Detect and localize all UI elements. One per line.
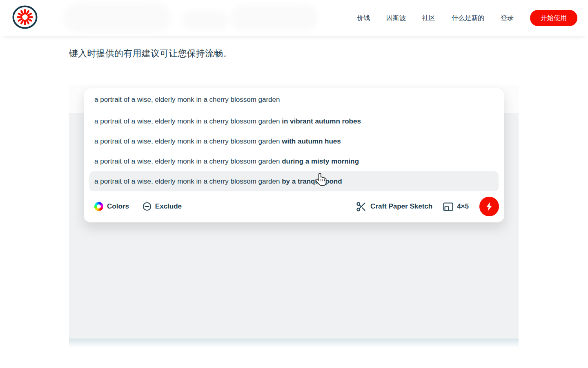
scissors-icon [356,201,367,212]
suggestion-row[interactable]: a portrait of a wise, elderly monk in a … [89,151,499,171]
exclude-label: Exclude [155,202,182,211]
suggestion-row[interactable]: a portrait of a wise, elderly monk in a … [89,131,499,151]
rainbow-ring-icon [94,202,103,211]
section-heading: 键入时提供的有用建议可让您保持流畅。 [69,47,232,60]
ratio-label: 4×5 [457,202,469,211]
suggestion-suffix: by a tranquil pond [282,177,342,186]
prompt-autocomplete-card: a portrait of a wise, elderly monk in a … [84,88,504,222]
style-button[interactable]: Craft Paper Sketch [356,201,432,212]
get-started-button[interactable]: 开始使用 [530,10,577,26]
toolbar-left-group: Colors Exclude [94,202,182,211]
suggestion-prefix: a portrait of a wise, elderly monk in a … [94,157,282,166]
minus-circle-icon [143,202,151,211]
nav-item-community[interactable]: 社区 [422,14,435,22]
frame-ratio-icon [443,202,453,211]
colors-label: Colors [107,202,129,211]
style-label: Craft Paper Sketch [370,202,432,211]
colors-button[interactable]: Colors [94,202,129,211]
suggestion-row[interactable]: a portrait of a wise, elderly monk in a … [89,111,499,131]
prompt-toolbar: Colors Exclude [84,191,504,222]
generate-button[interactable] [479,197,499,216]
suggestion-prefix: a portrait of a wise, elderly monk in a … [94,177,282,186]
decorative-blob [182,11,229,29]
prompt-input[interactable]: a portrait of a wise, elderly monk in a … [84,88,504,111]
decorative-blob [63,3,172,32]
section-bottom-shadow [69,339,519,348]
suggestion-prefix: a portrait of a wise, elderly monk in a … [94,117,282,126]
navbar: 价钱 因斯波 社区 什么是新的 登录 开始使用 [0,0,588,36]
page: 价钱 因斯波 社区 什么是新的 登录 开始使用 键入时提供的有用建议可让您保持流… [0,0,588,368]
nav-item-login[interactable]: 登录 [501,14,514,22]
nav-item-inspo[interactable]: 因斯波 [386,14,406,22]
toolbar-right-group: Craft Paper Sketch 4×5 [356,197,499,216]
exclude-button[interactable]: Exclude [143,202,182,211]
aspect-ratio-button[interactable]: 4×5 [443,202,469,211]
starburst-logo-icon [12,4,38,30]
nav-item-whats-new[interactable]: 什么是新的 [452,14,484,22]
nav-item-pricing[interactable]: 价钱 [357,14,370,22]
nav-links: 价钱 因斯波 社区 什么是新的 登录 开始使用 [357,0,577,36]
suggestion-prefix: a portrait of a wise, elderly monk in a … [94,137,282,146]
suggestion-suffix: with autumn hues [282,137,341,146]
decorative-blob [231,5,318,30]
brand-logo[interactable] [12,4,38,30]
suggestion-suffix: during a misty morning [282,157,359,166]
suggestion-suffix: in vibrant autumn robes [282,117,361,126]
lightning-bolt-icon [485,202,494,211]
suggestion-list: a portrait of a wise, elderly monk in a … [84,111,504,191]
suggestion-row-highlighted[interactable]: a portrait of a wise, elderly monk in a … [89,171,499,191]
